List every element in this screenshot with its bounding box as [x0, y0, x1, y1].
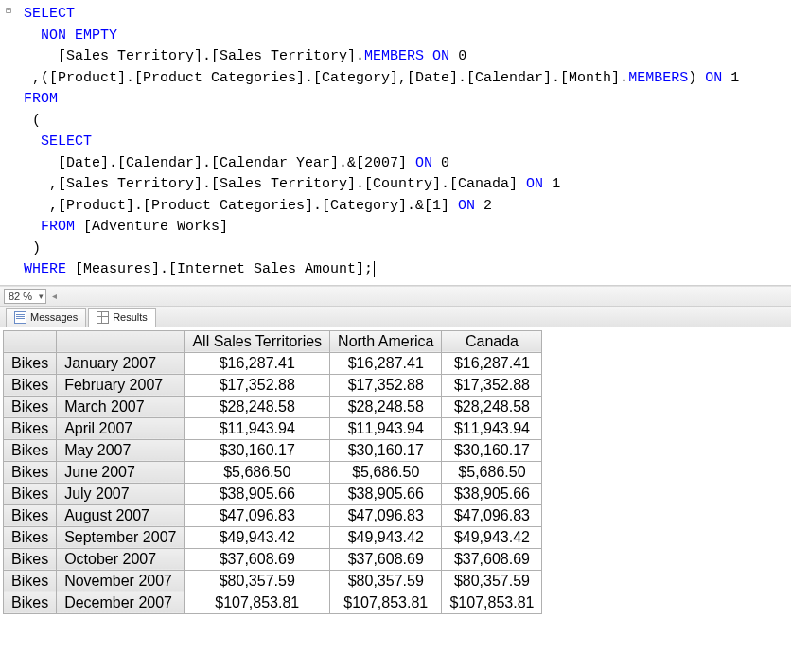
data-cell[interactable]: $28,248.58: [185, 396, 330, 417]
row-header-month: August 2007: [57, 504, 185, 526]
code-line[interactable]: NON EMPTY: [6, 26, 789, 47]
gutter: [6, 111, 15, 125]
code-line[interactable]: (: [6, 111, 789, 133]
data-cell[interactable]: $37,608.69: [330, 548, 442, 570]
gutter: [6, 46, 15, 61]
corner-cell-2: [57, 330, 185, 352]
data-cell[interactable]: $17,352.88: [330, 374, 442, 396]
data-cell[interactable]: $49,943.42: [442, 526, 542, 548]
zoom-dropdown[interactable]: 82 %: [4, 289, 46, 304]
row-header-category: Bikes: [4, 461, 57, 483]
data-cell[interactable]: $107,853.81: [185, 592, 330, 613]
query-editor-pane[interactable]: ⊟ SELECT NON EMPTY [Sales Territory].[Sa…: [0, 0, 791, 286]
code-line[interactable]: WHERE [Measures].[Internet Sales Amount]…: [6, 259, 789, 281]
gutter: [6, 174, 15, 188]
results-pane: All Sales Territories North America Cana…: [0, 327, 791, 614]
table-row[interactable]: BikesJuly 2007$38,905.66$38,905.66$38,90…: [4, 483, 542, 504]
data-cell[interactable]: $30,160.17: [185, 439, 330, 461]
row-header-category: Bikes: [4, 352, 57, 374]
data-cell[interactable]: $107,853.81: [330, 592, 442, 613]
row-header-month: July 2007: [57, 483, 185, 504]
data-cell[interactable]: $28,248.58: [330, 396, 442, 417]
code-line[interactable]: [Date].[Calendar].[Calendar Year].&[2007…: [6, 153, 789, 175]
data-cell[interactable]: $47,096.83: [442, 504, 542, 526]
data-cell[interactable]: $16,287.41: [330, 352, 442, 374]
table-row[interactable]: BikesSeptember 2007$49,943.42$49,943.42$…: [4, 526, 542, 548]
collapse-icon[interactable]: ⊟: [6, 4, 15, 18]
code-line[interactable]: FROM [Adventure Works]: [6, 217, 789, 239]
data-cell[interactable]: $47,096.83: [185, 504, 330, 526]
data-cell[interactable]: $28,248.58: [442, 396, 542, 417]
code-line[interactable]: ,[Product].[Product Categories].[Categor…: [6, 196, 789, 218]
row-header-month: May 2007: [57, 439, 185, 461]
data-cell[interactable]: $11,943.94: [442, 417, 542, 439]
gutter: [6, 239, 15, 253]
table-row[interactable]: BikesMay 2007$30,160.17$30,160.17$30,160…: [4, 439, 542, 461]
tab-messages[interactable]: Messages: [6, 308, 86, 327]
tab-results[interactable]: Results: [88, 308, 156, 327]
code-line[interactable]: SELECT: [6, 132, 789, 153]
grid-icon: [97, 311, 109, 324]
row-header-category: Bikes: [4, 570, 57, 592]
data-cell[interactable]: $107,853.81: [442, 592, 542, 613]
data-cell[interactable]: $11,943.94: [185, 417, 330, 439]
code-line[interactable]: FROM: [6, 89, 789, 111]
data-cell[interactable]: $37,608.69: [442, 548, 542, 570]
row-header-category: Bikes: [4, 374, 57, 396]
col-header[interactable]: Canada: [442, 330, 542, 352]
data-cell[interactable]: $16,287.41: [442, 352, 542, 374]
data-cell[interactable]: $49,943.42: [330, 526, 442, 548]
data-cell[interactable]: $37,608.69: [185, 548, 330, 570]
gutter: [6, 259, 15, 274]
data-cell[interactable]: $5,686.50: [185, 461, 330, 483]
data-cell[interactable]: $17,352.88: [442, 374, 542, 396]
gutter: [6, 68, 15, 82]
row-header-category: Bikes: [4, 526, 57, 548]
data-cell[interactable]: $80,357.59: [330, 570, 442, 592]
data-cell[interactable]: $38,905.66: [330, 483, 442, 504]
data-cell[interactable]: $80,357.59: [442, 570, 542, 592]
code-line[interactable]: ,[Sales Territory].[Sales Territory].[Co…: [6, 174, 789, 196]
row-header-month: June 2007: [57, 461, 185, 483]
data-cell[interactable]: $80,357.59: [185, 570, 330, 592]
data-cell[interactable]: $38,905.66: [442, 483, 542, 504]
data-cell[interactable]: $30,160.17: [330, 439, 442, 461]
results-grid[interactable]: All Sales Territories North America Cana…: [3, 330, 542, 614]
data-cell[interactable]: $38,905.66: [185, 483, 330, 504]
table-row[interactable]: BikesJanuary 2007$16,287.41$16,287.41$16…: [4, 352, 542, 374]
scroll-left-icon[interactable]: ◂: [50, 291, 59, 301]
gutter: [6, 89, 15, 103]
table-row[interactable]: BikesOctober 2007$37,608.69$37,608.69$37…: [4, 548, 542, 570]
row-header-month: January 2007: [57, 352, 185, 374]
tab-messages-label: Messages: [30, 311, 78, 323]
table-row[interactable]: BikesApril 2007$11,943.94$11,943.94$11,9…: [4, 417, 542, 439]
code-line[interactable]: [Sales Territory].[Sales Territory].MEMB…: [6, 46, 789, 68]
gutter: [6, 153, 15, 168]
code-line[interactable]: ): [6, 239, 789, 260]
table-row[interactable]: BikesMarch 2007$28,248.58$28,248.58$28,2…: [4, 396, 542, 417]
col-header[interactable]: All Sales Territories: [185, 330, 330, 352]
data-cell[interactable]: $16,287.41: [185, 352, 330, 374]
code-line[interactable]: ,([Product].[Product Categories].[Catego…: [6, 68, 789, 90]
table-row[interactable]: BikesFebruary 2007$17,352.88$17,352.88$1…: [4, 374, 542, 396]
data-cell[interactable]: $5,686.50: [330, 461, 442, 483]
row-header-category: Bikes: [4, 439, 57, 461]
code-line[interactable]: ⊟ SELECT: [6, 4, 789, 26]
table-row[interactable]: BikesJune 2007$5,686.50$5,686.50$5,686.5…: [4, 461, 542, 483]
row-header-category: Bikes: [4, 548, 57, 570]
data-cell[interactable]: $5,686.50: [442, 461, 542, 483]
table-row[interactable]: BikesDecember 2007$107,853.81$107,853.81…: [4, 592, 542, 613]
row-header-category: Bikes: [4, 483, 57, 504]
table-row[interactable]: BikesAugust 2007$47,096.83$47,096.83$47,…: [4, 504, 542, 526]
data-cell[interactable]: $49,943.42: [185, 526, 330, 548]
row-header-category: Bikes: [4, 417, 57, 439]
data-cell[interactable]: $30,160.17: [442, 439, 542, 461]
mdx-code[interactable]: ⊟ SELECT NON EMPTY [Sales Territory].[Sa…: [2, 4, 789, 281]
data-cell[interactable]: $11,943.94: [330, 417, 442, 439]
table-row[interactable]: BikesNovember 2007$80,357.59$80,357.59$8…: [4, 570, 542, 592]
gutter: [6, 26, 15, 40]
gutter: [6, 132, 15, 146]
col-header[interactable]: North America: [330, 330, 442, 352]
data-cell[interactable]: $47,096.83: [330, 504, 442, 526]
data-cell[interactable]: $17,352.88: [185, 374, 330, 396]
